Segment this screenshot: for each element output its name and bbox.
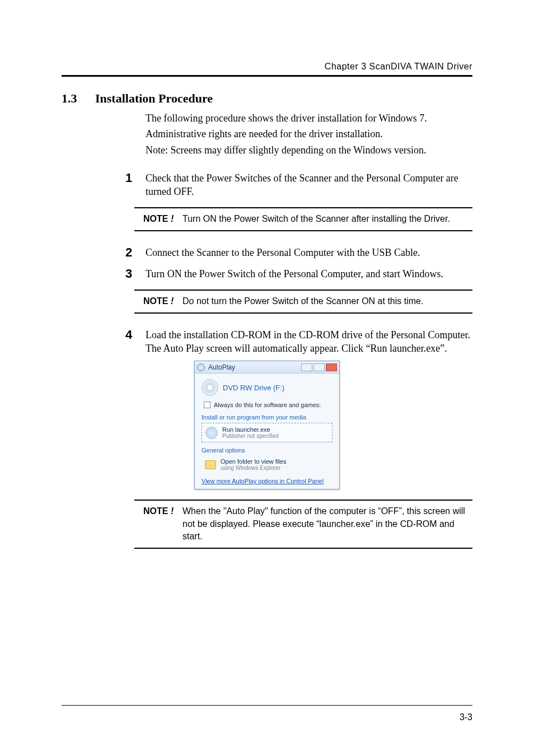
step-text: Connect the Scanner to the Personal Comp… [146,246,472,259]
step-row: 4 Load the installation CD-ROM in the CD… [125,328,472,356]
autoplay-run-title: Run launcher.exe [222,426,279,433]
autoplay-section-general: General options [202,447,332,454]
autoplay-body: DVD RW Drive (F:) Always do this for sof… [195,374,339,489]
autoplay-drive-row: DVD RW Drive (F:) [202,379,332,396]
section-number: 1.3 [62,91,95,106]
step-row: 3 Turn ON the Power Switch of the Person… [125,267,472,281]
autoplay-drive-label: DVD RW Drive (F:) [223,384,284,392]
header-rule [62,75,472,77]
window-controls [301,363,337,371]
page-header: Chapter 3 ScanDIVA TWAIN Driver [62,62,472,72]
autoplay-more-link[interactable]: View more AutoPlay options in Control Pa… [202,478,324,484]
installer-icon [205,427,218,439]
footer-rule [62,705,472,706]
autoplay-run-sub: Publisher not specified [222,433,279,439]
step-row: 2 Connect the Scanner to the Personal Co… [125,246,472,259]
autoplay-title: AutoPlay [208,363,301,371]
disc-icon [202,379,218,396]
note-box: NOTE ! Do not turn the Power Switch of t… [134,290,472,313]
section-title: Installation Procedure [95,91,213,106]
note-rule [134,230,472,231]
note-text: Do not turn the Power Switch of the Scan… [182,295,472,307]
note-label: NOTE ! [143,213,182,225]
note-line: NOTE ! Turn ON the Power Switch of the S… [134,208,472,230]
note-rule [134,548,472,549]
step-text: Check that the Power Switches of the Sca… [146,171,472,199]
autoplay-always-row: Always do this for software and games: [204,402,332,408]
intro-line: Administrative rights are needed for the… [146,127,472,141]
step-number: 1 [125,171,146,199]
note-rule [134,312,472,314]
step-row: 1 Check that the Power Switches of the S… [125,171,472,199]
step-number: 4 [125,328,146,356]
note-label: NOTE ! [143,505,182,543]
minimize-button[interactable] [301,363,312,371]
autoplay-section-install: Install or run program from your media [202,414,332,421]
page: Chapter 3 ScanDIVA TWAIN Driver 1.3 Inst… [0,0,534,756]
note-label: NOTE ! [143,295,182,307]
folder-icon [205,460,216,469]
autoplay-always-label: Always do this for software and games: [214,402,321,408]
autoplay-open-labels: Open folder to view files using Windows … [221,458,286,471]
step-text: Turn ON the Power Switch of the Personal… [146,267,472,281]
autoplay-screenshot: AutoPlay DVD RW Drive (F:) Always do thi… [62,361,472,489]
step-number: 3 [125,267,146,281]
section-heading: 1.3 Installation Procedure [62,91,472,106]
page-number: 3-3 [460,712,472,722]
note-text: When the "Auto Play" function of the com… [182,505,472,543]
autoplay-app-icon [197,363,205,371]
close-button[interactable] [326,363,337,371]
note-line: NOTE ! Do not turn the Power Switch of t… [134,291,472,312]
step-number: 2 [125,246,146,259]
intro-block: The following procedure shows the driver… [146,111,472,157]
autoplay-open-sub: using Windows Explorer [221,465,286,471]
autoplay-always-checkbox[interactable] [204,402,210,408]
autoplay-open-title: Open folder to view files [221,458,286,465]
intro-line: Note: Screens may differ slightly depend… [146,143,472,157]
autoplay-run-labels: Run launcher.exe Publisher not specified [222,426,279,439]
note-text: Turn ON the Power Switch of the Scanner … [182,213,472,225]
maximize-button[interactable] [313,363,325,371]
note-box: NOTE ! Turn ON the Power Switch of the S… [134,207,472,231]
step-text: Load the installation CD-ROM in the CD-R… [146,328,472,356]
intro-line: The following procedure shows the driver… [146,111,472,125]
autoplay-open-folder[interactable]: Open folder to view files using Windows … [202,456,332,474]
autoplay-window: AutoPlay DVD RW Drive (F:) Always do thi… [194,361,340,489]
autoplay-run-launcher[interactable]: Run launcher.exe Publisher not specified [202,423,332,442]
note-line: NOTE ! When the "Auto Play" function of … [134,501,472,547]
note-box: NOTE ! When the "Auto Play" function of … [134,500,472,548]
autoplay-titlebar: AutoPlay [195,361,339,374]
